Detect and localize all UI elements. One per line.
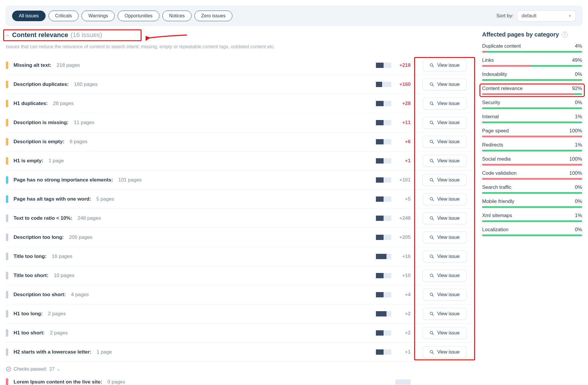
issue-name: Page has no strong importance elements: [14, 177, 113, 183]
view-issue-button[interactable]: View issue [423, 79, 466, 90]
category-bar [482, 107, 582, 109]
delta-value: +248 [396, 215, 411, 221]
issue-pages: 5 pages [96, 196, 114, 202]
info-icon[interactable]: i [562, 32, 568, 38]
view-issue-button[interactable]: View issue [423, 155, 466, 167]
filter-pill-warnings[interactable]: Warnings [81, 11, 115, 21]
search-icon [429, 216, 434, 221]
category-row[interactable]: Social media100% [482, 156, 582, 166]
search-icon [429, 63, 434, 68]
view-issue-button[interactable]: View issue [423, 231, 466, 243]
category-row[interactable]: Search traffic0% [482, 184, 582, 194]
sort-value: default [522, 13, 537, 19]
svg-point-6 [430, 121, 433, 124]
trend-chart: +10 [358, 273, 411, 279]
issue-row: Page has no strong importance elements:1… [6, 171, 473, 190]
severity-indicator [6, 329, 8, 337]
category-row[interactable]: Internal1% [482, 114, 582, 123]
checks-passed-toggle[interactable]: Checks passed: 27 ▲ [6, 362, 473, 375]
view-issue-button[interactable]: View issue [423, 327, 466, 339]
view-issue-button[interactable]: View issue [423, 308, 466, 320]
delta-value: +1 [396, 349, 411, 355]
issue-pages: 1 page [97, 349, 112, 355]
svg-line-3 [432, 85, 434, 86]
delta-value: +160 [396, 81, 411, 87]
svg-point-8 [430, 140, 433, 143]
category-percent: 0% [575, 71, 582, 77]
category-name: Redirects [482, 142, 503, 148]
svg-point-30 [430, 350, 433, 353]
category-row[interactable]: Security0% [482, 100, 582, 109]
category-name: Code validation [482, 170, 517, 176]
view-issue-label: View issue [437, 177, 459, 183]
view-issue-button[interactable]: View issue [423, 98, 466, 109]
svg-point-0 [430, 64, 433, 66]
view-issue-label: View issue [437, 273, 459, 278]
passed-row: Lorem Ipsum content on the live site:0 p… [6, 375, 473, 385]
filter-pill-all-issues[interactable]: All issues [12, 11, 46, 21]
issue-row: Description too short:4 pages+4View issu… [6, 285, 473, 304]
severity-indicator [6, 81, 8, 88]
category-row[interactable]: Redirects1% [482, 142, 582, 151]
svg-point-26 [430, 312, 433, 315]
svg-line-1 [432, 66, 434, 67]
category-row[interactable]: Content relevance92% [481, 85, 583, 96]
category-row[interactable]: Xml sitemaps1% [482, 213, 582, 222]
view-issue-label: View issue [437, 216, 459, 221]
delta-value: +205 [396, 234, 411, 240]
category-bar [482, 79, 582, 81]
issue-name: Description too long: [14, 234, 64, 240]
category-row[interactable]: Page speed100% [482, 128, 582, 137]
issue-pages: 2 pages [50, 330, 68, 336]
trend-chart: +5 [358, 196, 411, 202]
view-issue-button[interactable]: View issue [423, 270, 466, 281]
issue-name: Text to code ratio < 10%: [14, 215, 72, 221]
issue-row: Description is missing:11 pages+11View i… [6, 113, 473, 132]
category-percent: 49% [572, 57, 582, 63]
view-issue-button[interactable]: View issue [423, 346, 466, 358]
svg-point-24 [430, 293, 433, 296]
section-description: Issues that can reduce the relevance of … [6, 44, 473, 49]
view-issue-button[interactable]: View issue [423, 117, 466, 129]
filter-pill-opportunities[interactable]: Opportunities [118, 11, 159, 21]
view-issue-button[interactable]: View issue [423, 174, 466, 186]
search-icon [429, 120, 434, 125]
severity-indicator [6, 291, 8, 299]
filter-pill-notices[interactable]: Notices [162, 11, 191, 21]
issue-pages: 28 pages [53, 101, 74, 106]
svg-line-5 [432, 104, 434, 105]
delta-value: +2 [396, 330, 411, 336]
category-row[interactable]: Indexability0% [482, 71, 582, 81]
issue-pages: 218 pages [56, 62, 80, 68]
issue-name: H1 too short: [14, 330, 45, 336]
view-issue-button[interactable]: View issue [423, 212, 466, 224]
category-percent: 100% [569, 128, 582, 134]
svg-point-28 [430, 331, 433, 334]
search-icon [429, 254, 434, 259]
issue-row: Missing alt text:218 pages+218View issue [6, 56, 473, 75]
svg-point-14 [430, 197, 433, 200]
sort-select[interactable]: default ▼ [517, 10, 576, 21]
category-row[interactable]: Mobile friendly0% [482, 199, 582, 208]
category-name: Links [482, 57, 494, 63]
view-issue-button[interactable]: View issue [423, 59, 466, 71]
issue-name: Description duplicates: [14, 81, 69, 87]
filter-pill-zero-issues[interactable]: Zero issues [194, 11, 232, 21]
category-row[interactable]: Localization0% [482, 227, 582, 236]
view-issue-button[interactable]: View issue [423, 289, 466, 301]
severity-indicator [6, 378, 8, 385]
severity-indicator [6, 138, 8, 146]
view-issue-button[interactable]: View issue [423, 193, 466, 205]
section-header[interactable]: ︿ Content relevance (16 issues) [6, 31, 102, 39]
view-issue-button[interactable]: View issue [423, 251, 466, 262]
category-percent: 1% [575, 142, 582, 148]
category-row[interactable]: Duplicate content4% [482, 43, 582, 53]
filter-pill-criticals[interactable]: Criticals [49, 11, 79, 21]
search-icon [429, 235, 434, 240]
category-row[interactable]: Code validation100% [482, 170, 582, 180]
category-row[interactable]: Links49% [482, 57, 582, 67]
view-issue-button[interactable]: View issue [423, 136, 466, 148]
issue-pages: 101 pages [118, 177, 141, 183]
passed-list: Lorem Ipsum content on the live site:0 p… [6, 375, 473, 385]
severity-indicator [6, 176, 8, 184]
